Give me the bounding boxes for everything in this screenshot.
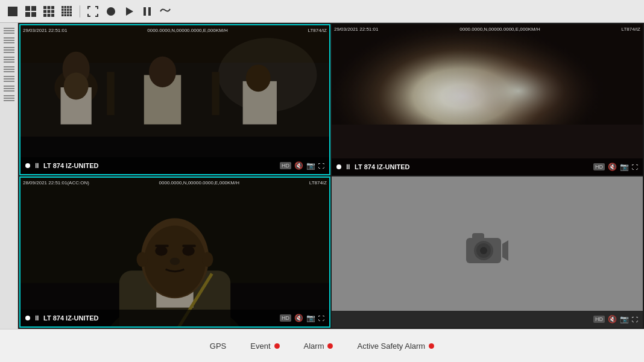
cam1-record-dot <box>25 163 30 168</box>
svg-rect-9 <box>48 10 51 13</box>
status-gps: GPS <box>210 342 226 351</box>
cam4-fullscreen-icon[interactable]: ⛶ <box>632 316 638 323</box>
svg-rect-29 <box>70 14 72 16</box>
svg-rect-26 <box>62 14 64 16</box>
cam3-record-dot <box>25 316 30 320</box>
cam2-record-dot <box>336 164 341 169</box>
cam1-controls: ⏸ LT 874 IZ-UNITED HD 🔇 📷 ⛶ <box>21 157 329 174</box>
svg-rect-48 <box>21 25 329 174</box>
cam1-snapshot-icon[interactable]: 📷 <box>306 161 315 170</box>
status-event-label: Event <box>250 342 270 351</box>
svg-rect-8 <box>43 10 46 13</box>
status-active-safety-alarm-dot <box>429 343 434 349</box>
svg-rect-19 <box>65 8 67 11</box>
sidebar-tick-1 <box>4 28 14 34</box>
status-gps-label: GPS <box>210 342 226 351</box>
svg-marker-75 <box>502 240 508 261</box>
fullscreen-button[interactable] <box>86 5 99 18</box>
cam1-resolution-icon[interactable]: HD <box>280 162 291 169</box>
svg-rect-12 <box>48 14 51 17</box>
single-view-button[interactable] <box>6 5 19 18</box>
nine-view-button[interactable] <box>42 5 55 18</box>
svg-rect-5 <box>43 6 46 9</box>
svg-rect-69 <box>21 178 329 326</box>
svg-rect-32 <box>144 7 146 16</box>
cam2-vehicle-label: LT 874 IZ-UNITED <box>355 163 409 170</box>
cam4-snapshot-icon[interactable]: 📷 <box>620 315 629 323</box>
camera-feed-3[interactable]: 28/09/2021 22:51:01(ACC:ON) 0000.0000,N,… <box>19 176 330 328</box>
cam1-mute-icon[interactable]: 🔇 <box>294 161 303 170</box>
toolbar-separator-1 <box>80 5 80 17</box>
sidebar-tick-7 <box>4 86 14 92</box>
svg-rect-18 <box>62 8 64 11</box>
svg-rect-11 <box>43 14 46 17</box>
cam1-fullscreen-icon[interactable]: ⛶ <box>318 163 324 169</box>
svg-rect-28 <box>67 14 69 16</box>
svg-rect-6 <box>48 6 51 9</box>
cam2-mute-icon[interactable]: 🔇 <box>608 163 617 171</box>
svg-rect-22 <box>62 11 64 14</box>
svg-rect-14 <box>62 6 64 8</box>
status-event-dot <box>274 343 280 349</box>
no-signal-icon <box>463 227 511 278</box>
main-toolbar <box>0 0 644 23</box>
svg-rect-33 <box>148 7 151 16</box>
status-alarm-label: Alarm <box>304 342 324 351</box>
cam2-controls-right: HD 🔇 📷 ⛶ <box>593 163 638 171</box>
camera-grid: 29/03/2021 22:51:01 0000.0000,N,00000.00… <box>18 23 644 329</box>
cam2-controls: ⏸ LT 874 IZ-UNITED HD 🔇 📷 ⛶ <box>332 158 643 175</box>
play-button[interactable] <box>122 5 136 18</box>
svg-point-30 <box>107 7 115 16</box>
signal-button[interactable] <box>159 5 172 18</box>
cam4-controls: HD 🔇 📷 ⛶ <box>332 311 643 328</box>
status-active-safety-alarm: Active Safety Alarm <box>357 342 434 351</box>
record-button[interactable] <box>104 5 118 18</box>
svg-rect-53 <box>332 24 643 175</box>
cam3-mute-icon[interactable]: 🔇 <box>294 314 303 322</box>
svg-rect-0 <box>8 7 17 16</box>
cam3-resolution-icon[interactable]: HD <box>280 314 291 322</box>
cam1-vehicle-label: LT 874 IZ-UNITED <box>43 162 98 169</box>
pause-button[interactable] <box>140 5 154 18</box>
svg-rect-20 <box>67 8 69 11</box>
cam4-resolution-icon[interactable]: HD <box>593 316 605 323</box>
cam3-vehicle-label: LT 874 IZ-UNITED <box>43 314 98 322</box>
cam3-fullscreen-icon[interactable]: ⛶ <box>318 315 324 322</box>
cam2-fullscreen-icon[interactable]: ⛶ <box>632 164 638 170</box>
svg-rect-16 <box>67 6 69 8</box>
cam1-pause-icon[interactable]: ⏸ <box>33 161 40 170</box>
sixteen-view-button[interactable] <box>60 5 74 18</box>
cam2-pause-icon[interactable]: ⏸ <box>344 163 352 171</box>
cam3-pause-icon[interactable]: ⏸ <box>33 314 40 322</box>
left-sidebar <box>0 23 18 340</box>
camera-feed-4[interactable]: HD 🔇 📷 ⛶ <box>332 176 643 328</box>
svg-marker-31 <box>126 7 133 16</box>
cam3-controls: ⏸ LT 874 IZ-UNITED HD 🔇 📷 ⛶ <box>21 310 329 326</box>
cam1-controls-right: HD 🔇 📷 ⛶ <box>280 161 324 170</box>
sidebar-tick-3 <box>4 47 14 53</box>
cam1-controls-left: ⏸ LT 874 IZ-UNITED <box>25 161 98 170</box>
cam3-controls-right: HD 🔇 📷 ⛶ <box>280 314 324 322</box>
svg-rect-23 <box>65 11 67 14</box>
cam2-controls-left: ⏸ LT 874 IZ-UNITED <box>336 163 409 171</box>
cam2-resolution-icon[interactable]: HD <box>593 163 605 170</box>
status-alarm-dot <box>327 343 333 349</box>
svg-rect-27 <box>65 14 67 16</box>
cam4-controls-right: HD 🔇 📷 ⛶ <box>593 315 638 323</box>
svg-rect-24 <box>67 11 69 14</box>
cam2-snapshot-icon[interactable]: 📷 <box>620 163 629 171</box>
camera-feed-2[interactable]: 29/03/2021 22:51:01 0000.0000,N,00000.00… <box>332 24 643 175</box>
svg-point-74 <box>480 247 487 254</box>
svg-rect-1 <box>25 6 30 11</box>
status-active-safety-alarm-label: Active Safety Alarm <box>357 342 425 351</box>
camera-feed-1[interactable]: 29/03/2021 22:51:01 0000.0000,N,00000.00… <box>19 24 330 175</box>
cam3-snapshot-icon[interactable]: 📷 <box>306 314 315 322</box>
svg-rect-25 <box>70 11 72 14</box>
svg-rect-21 <box>70 8 72 11</box>
sidebar-tick-4 <box>4 57 14 63</box>
cam4-mute-icon[interactable]: 🔇 <box>608 315 617 323</box>
sidebar-tick-5 <box>4 66 14 72</box>
status-bar: GPS Event Alarm Active Safety Alarm <box>0 329 644 362</box>
svg-rect-4 <box>31 12 36 17</box>
quad-view-button[interactable] <box>24 5 37 18</box>
